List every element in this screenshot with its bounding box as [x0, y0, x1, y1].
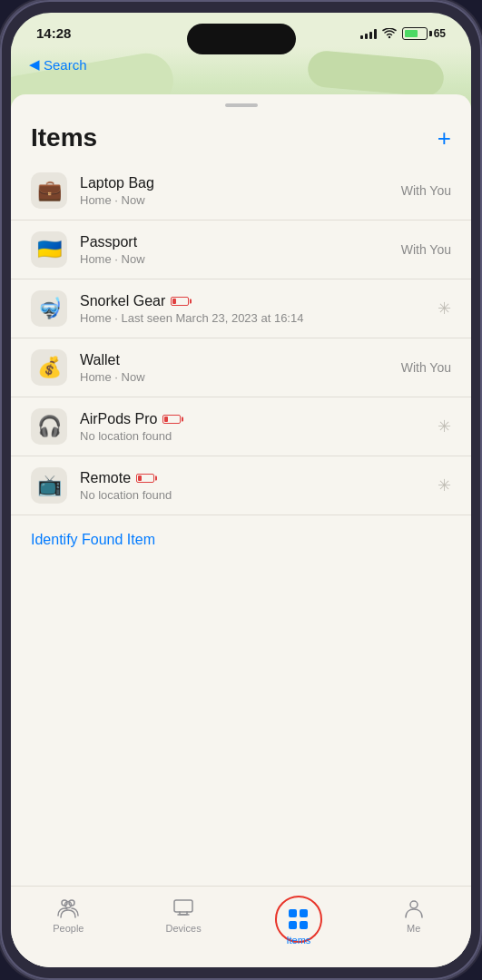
list-item[interactable]: 🤿 Snorkel Gear Home · Last seen March 23… [11, 279, 471, 338]
tab-me[interactable]: Me [356, 896, 471, 934]
item-icon-passport: 🇺🇦 [31, 231, 67, 268]
signal-icon [360, 28, 377, 39]
battery-percent: 65 [434, 27, 446, 40]
tab-label-devices: Devices [166, 923, 202, 934]
item-location-wallet: Home · Now [80, 370, 389, 384]
me-icon [402, 896, 426, 919]
svg-rect-3 [174, 900, 192, 912]
tab-people[interactable]: People [11, 896, 126, 934]
tab-bar: People Devices [11, 886, 471, 967]
tab-label-items: Items [286, 935, 310, 946]
item-name-snorkel: Snorkel Gear [80, 293, 425, 309]
item-info-wallet: Wallet Home · Now [80, 352, 389, 384]
item-status-passport: With You [401, 242, 451, 257]
item-status-laptop-bag: With You [401, 183, 451, 198]
item-icon-snorkel: 🤿 [31, 290, 67, 327]
back-arrow-icon: ◀ [29, 56, 40, 73]
tab-label-people: People [53, 923, 84, 934]
status-right: 65 [360, 27, 446, 40]
item-location-snorkel: Home · Last seen March 23, 2023 at 16:14 [80, 311, 425, 325]
add-button[interactable]: + [438, 126, 451, 150]
low-battery-icon-remote [136, 474, 154, 483]
item-name-wallet: Wallet [80, 352, 389, 368]
tab-devices[interactable]: Devices [126, 896, 241, 934]
phone-screen: 14:28 [11, 13, 471, 967]
item-icon-wallet: 💰 [31, 349, 67, 386]
items-icon [289, 909, 309, 929]
item-icon-remote: 📺 [31, 467, 67, 504]
list-item[interactable]: 💼 Laptop Bag Home · Now With You [11, 162, 471, 220]
tab-label-me: Me [407, 923, 420, 934]
sheet-title: Items [31, 123, 97, 152]
item-info-airpods: AirPods Pro No location found [80, 411, 425, 443]
loading-icon-airpods: ✳ [438, 416, 451, 436]
item-icon-laptop-bag: 💼 [31, 172, 67, 209]
svg-point-4 [410, 901, 418, 908]
people-icon [56, 896, 80, 919]
back-nav-label: Search [44, 57, 87, 73]
identify-link-label[interactable]: Identify Found Item [31, 532, 155, 547]
list-item[interactable]: 💰 Wallet Home · Now With You [11, 338, 471, 397]
item-name-passport: Passport [80, 234, 389, 250]
item-name-airpods: AirPods Pro [80, 411, 425, 427]
list-item[interactable]: 📺 Remote No location found ✳ [11, 456, 471, 515]
item-location-laptop-bag: Home · Now [80, 193, 389, 207]
low-battery-icon-snorkel [171, 297, 189, 306]
item-icon-airpods: 🎧 [31, 408, 67, 445]
item-info-passport: Passport Home · Now [80, 234, 389, 266]
loading-icon-snorkel: ✳ [438, 299, 451, 318]
battery-indicator: 65 [402, 27, 446, 40]
item-info-snorkel: Snorkel Gear Home · Last seen March 23, … [80, 293, 425, 325]
devices-icon [172, 896, 195, 919]
dynamic-island [187, 24, 296, 54]
item-info-laptop-bag: Laptop Bag Home · Now [80, 175, 389, 207]
identify-found-item[interactable]: Identify Found Item [11, 515, 471, 564]
list-item[interactable]: 🎧 AirPods Pro No location found ✳ [11, 397, 471, 456]
item-name-remote: Remote [80, 470, 425, 486]
low-battery-icon-airpods [162, 415, 181, 424]
item-location-passport: Home · Now [80, 252, 389, 266]
tab-items[interactable]: Items [241, 896, 357, 946]
main-sheet: Items + 💼 Laptop Bag Home · Now With You… [11, 94, 471, 967]
item-name-laptop-bag: Laptop Bag [80, 175, 389, 191]
item-status-wallet: With You [401, 360, 451, 375]
items-list: 💼 Laptop Bag Home · Now With You 🇺🇦 Pass… [11, 162, 471, 515]
sheet-header: Items + [11, 107, 471, 162]
loading-icon-remote: ✳ [438, 475, 451, 495]
item-location-remote: No location found [80, 488, 425, 502]
wifi-icon [382, 28, 397, 39]
item-info-remote: Remote No location found [80, 470, 425, 502]
back-nav[interactable]: ◀ Search [29, 56, 87, 73]
phone-frame: 14:28 [0, 0, 482, 980]
list-item[interactable]: 🇺🇦 Passport Home · Now With You [11, 220, 471, 279]
status-time: 14:28 [36, 25, 71, 41]
item-location-airpods: No location found [80, 429, 425, 443]
